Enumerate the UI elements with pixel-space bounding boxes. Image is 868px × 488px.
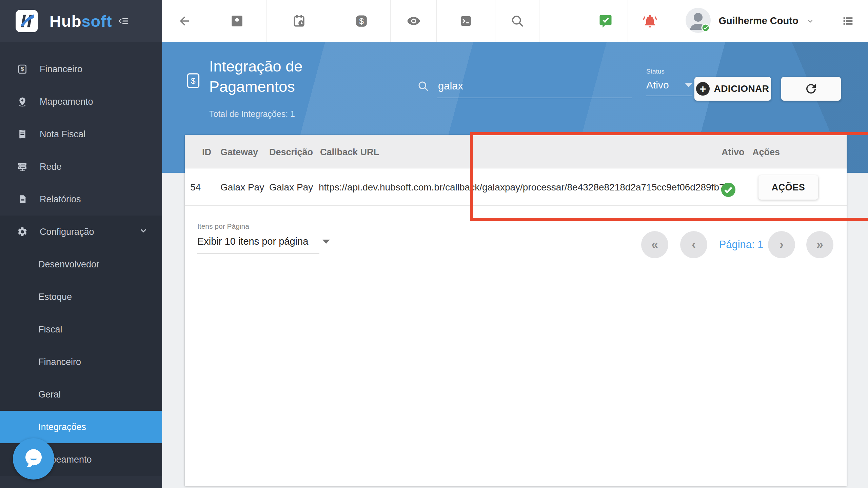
chevron-down-icon xyxy=(806,17,815,25)
sub-item-label: Fiscal xyxy=(38,324,62,335)
sidebar-item-nota-fiscal[interactable]: Nota Fiscal xyxy=(0,118,162,150)
sidebar-item-fiscal[interactable]: Fiscal xyxy=(0,313,162,346)
contact-card-icon xyxy=(230,14,244,28)
top-toolbar: $ xyxy=(162,0,868,42)
items-per-page-select[interactable]: Exibir 10 itens por página xyxy=(197,236,330,247)
back-button[interactable] xyxy=(162,0,207,42)
column-descricao: Descrição xyxy=(269,147,313,158)
sidebar-item-label: Mapeamento xyxy=(40,97,93,107)
chevron-down-icon xyxy=(139,226,148,238)
eye-icon xyxy=(406,14,421,28)
sidebar-item-desenvolvedor[interactable]: Desenvolvedor xyxy=(0,248,162,281)
agenda-button[interactable] xyxy=(267,0,332,42)
finance-button[interactable]: $ xyxy=(332,0,391,42)
arrow-back-icon xyxy=(178,14,191,28)
search-input[interactable] xyxy=(438,80,621,92)
sidebar-item-rede[interactable]: Rede xyxy=(0,150,162,183)
sidebar-item-label: Financeiro xyxy=(40,64,82,75)
cell-descricao: Galax Pay xyxy=(269,182,313,193)
status-value: Ativo xyxy=(646,79,669,91)
table-header: ID Gateway Descrição Callback URL Ativo … xyxy=(185,135,847,168)
add-integration-button[interactable]: + ADICIONAR xyxy=(694,77,771,101)
column-callback-url: Callback URL xyxy=(320,147,379,158)
search-icon xyxy=(417,80,429,92)
chat-widget-button[interactable] xyxy=(13,438,54,480)
next-page-button[interactable]: › xyxy=(768,231,795,258)
dollar-icon: $ xyxy=(354,14,369,28)
map-pin-icon xyxy=(16,96,28,107)
sidebar-item-label: Relatórios xyxy=(40,194,81,205)
page-indicator: Página: 1 xyxy=(716,239,767,251)
dropdown-arrow-icon xyxy=(685,83,692,87)
terminal-button[interactable] xyxy=(437,0,495,42)
server-icon xyxy=(16,161,28,172)
svg-text:$: $ xyxy=(21,66,24,72)
sidebar-nav: $ Financeiro Mapeamento Not xyxy=(0,42,162,476)
sidebar-item-mapeamento[interactable]: Mapeamento xyxy=(0,85,162,118)
bell-icon xyxy=(643,14,657,28)
notifications-button[interactable] xyxy=(628,0,672,42)
search-button[interactable] xyxy=(495,0,539,42)
hubsoft-logo-icon[interactable] xyxy=(16,10,38,32)
sidebar-item-estoque[interactable]: Estoque xyxy=(0,281,162,313)
sidebar-item-label: Configuração xyxy=(40,227,94,237)
svg-text:$: $ xyxy=(359,16,364,25)
chat-bubble-icon xyxy=(23,447,44,470)
last-page-button[interactable]: » xyxy=(806,231,833,258)
refresh-icon xyxy=(804,82,818,96)
integrations-card: ID Gateway Descrição Callback URL Ativo … xyxy=(185,135,847,486)
prev-page-icon: ‹ xyxy=(692,238,696,252)
document-icon xyxy=(16,194,28,205)
sub-item-label: Financeiro xyxy=(38,357,81,367)
items-per-page-label: Itens por Página xyxy=(197,222,249,230)
collapse-sidebar-icon[interactable] xyxy=(118,15,129,27)
search-icon xyxy=(510,14,525,28)
menu-list-button[interactable] xyxy=(828,0,868,42)
messages-button[interactable] xyxy=(583,0,628,42)
sidebar-item-relatorios[interactable]: Relatórios xyxy=(0,183,162,216)
items-per-page-value: Exibir 10 itens por página xyxy=(197,236,308,247)
viewer-button[interactable] xyxy=(391,0,437,42)
terminal-icon xyxy=(459,14,473,28)
cell-id: 54 xyxy=(190,182,201,193)
sidebar-item-label: Rede xyxy=(40,162,62,172)
toolbar-spacer xyxy=(539,0,583,42)
status-underline xyxy=(646,96,692,96)
sub-item-label: Geral xyxy=(38,389,61,400)
row-actions-button[interactable]: AÇÕES xyxy=(758,175,818,200)
sub-item-label: Estoque xyxy=(38,292,72,302)
avatar xyxy=(685,7,711,35)
plus-icon: + xyxy=(696,82,710,96)
select-underline xyxy=(197,253,319,254)
main-area: $ xyxy=(162,0,868,488)
next-page-icon: › xyxy=(780,238,784,252)
sidebar-item-geral[interactable]: Geral xyxy=(0,378,162,411)
receipt-icon xyxy=(16,129,28,140)
status-filter[interactable]: Status Ativo xyxy=(646,68,692,96)
brand-wordmark: Hubsoft xyxy=(50,12,112,30)
sidebar-item-configuracao[interactable]: Configuração xyxy=(0,216,162,248)
status-label: Status xyxy=(646,68,692,75)
clients-button[interactable] xyxy=(207,0,267,42)
search-field xyxy=(417,80,633,98)
pagination-bar: Itens por Página Exibir 10 itens por pág… xyxy=(185,206,847,264)
gear-icon xyxy=(16,226,28,237)
payment-integration-icon: $ xyxy=(186,73,201,90)
dropdown-arrow-icon xyxy=(322,240,330,244)
refresh-button[interactable] xyxy=(781,77,841,101)
column-ativo: Ativo xyxy=(722,147,745,158)
column-acoes: Ações xyxy=(752,147,780,158)
user-menu[interactable]: Guilherme Couto xyxy=(672,0,828,42)
sidebar-item-label: Nota Fiscal xyxy=(40,129,85,140)
first-page-button[interactable]: « xyxy=(641,231,668,258)
sidebar-item-financeiro-config[interactable]: Financeiro xyxy=(0,346,162,378)
total-integrations: Total de Integrações: 1 xyxy=(209,109,295,119)
list-icon xyxy=(841,14,855,28)
sidebar-item-financeiro[interactable]: $ Financeiro xyxy=(0,53,162,85)
first-page-icon: « xyxy=(651,238,658,252)
prev-page-button[interactable]: ‹ xyxy=(680,231,707,258)
user-name: Guilherme Couto xyxy=(718,15,798,26)
calendar-clock-icon xyxy=(292,14,307,28)
sidebar-item-integracoes[interactable]: Integrações xyxy=(0,411,162,443)
sub-item-label: Integrações xyxy=(38,422,86,432)
